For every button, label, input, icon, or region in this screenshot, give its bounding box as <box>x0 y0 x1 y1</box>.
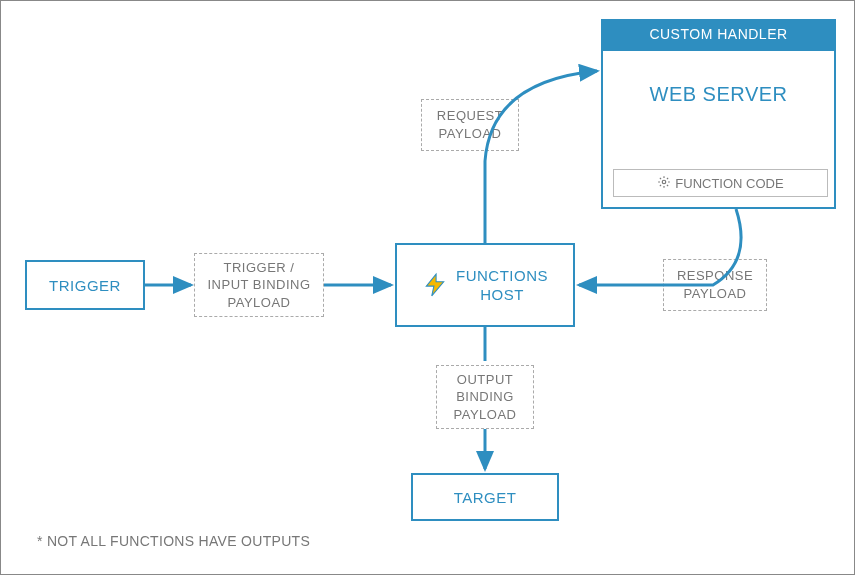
trigger-payload-label: TRIGGER / INPUT BINDING PAYLOAD <box>207 259 310 312</box>
target-node: TARGET <box>411 473 559 521</box>
custom-handler-label: CUSTOM HANDLER <box>649 26 787 42</box>
diagram-canvas: TRIGGER TRIGGER / INPUT BINDING PAYLOAD … <box>0 0 855 575</box>
arrow-host-to-webserver <box>485 71 597 243</box>
trigger-label: TRIGGER <box>49 277 121 294</box>
functions-host-label: FUNCTIONS HOST <box>456 266 548 305</box>
response-payload-node: RESPONSE PAYLOAD <box>663 259 767 311</box>
web-server-node: WEB SERVER FUNCTION CODE <box>601 49 836 209</box>
function-code-node: FUNCTION CODE <box>613 169 828 197</box>
output-payload-node: OUTPUT BINDING PAYLOAD <box>436 365 534 429</box>
trigger-node: TRIGGER <box>25 260 145 310</box>
web-server-label: WEB SERVER <box>603 51 834 106</box>
trigger-payload-node: TRIGGER / INPUT BINDING PAYLOAD <box>194 253 324 317</box>
svg-marker-0 <box>426 274 443 296</box>
footnote-text: * NOT ALL FUNCTIONS HAVE OUTPUTS <box>37 533 310 549</box>
response-payload-label: RESPONSE PAYLOAD <box>677 267 753 302</box>
lightning-icon <box>422 272 448 298</box>
gear-icon <box>657 175 671 192</box>
output-payload-label: OUTPUT BINDING PAYLOAD <box>454 371 517 424</box>
function-code-label: FUNCTION CODE <box>675 176 783 191</box>
footnote-label: * NOT ALL FUNCTIONS HAVE OUTPUTS <box>37 533 310 549</box>
svg-point-1 <box>663 180 667 184</box>
request-payload-node: REQUEST PAYLOAD <box>421 99 519 151</box>
custom-handler-header: CUSTOM HANDLER <box>601 19 836 49</box>
target-label: TARGET <box>454 489 517 506</box>
functions-host-node: FUNCTIONS HOST <box>395 243 575 327</box>
request-payload-label: REQUEST PAYLOAD <box>437 107 503 142</box>
